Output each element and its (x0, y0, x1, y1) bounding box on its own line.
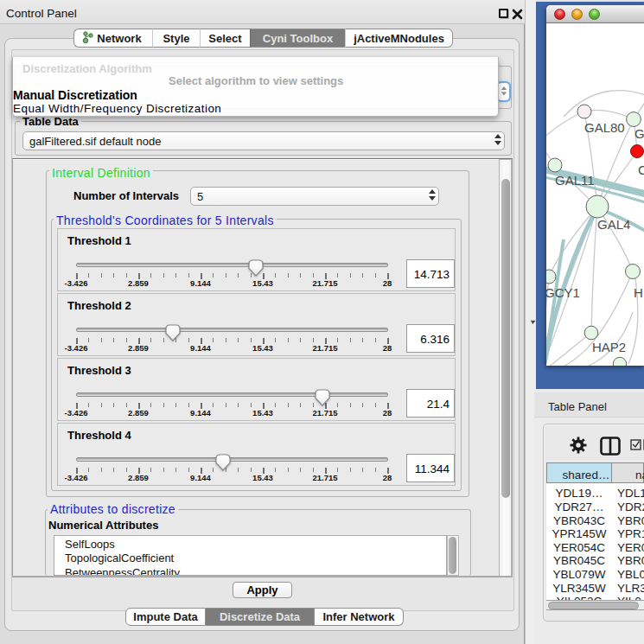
svg-text:GAL80: GAL80 (584, 120, 625, 135)
svg-text:C: C (638, 163, 644, 177)
svg-text:GAL11: GAL11 (555, 173, 595, 188)
svg-text:GCY1: GCY1 (546, 285, 580, 300)
svg-text:GA: GA (634, 126, 644, 141)
svg-text:HAP2: HAP2 (592, 340, 626, 354)
svg-text:H: H (634, 285, 643, 300)
svg-text:GAL4: GAL4 (597, 217, 630, 232)
